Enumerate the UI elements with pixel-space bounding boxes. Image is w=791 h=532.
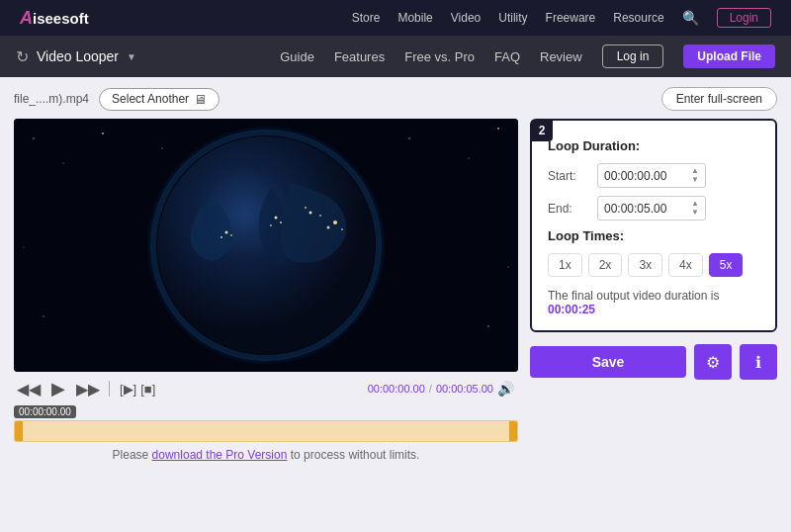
tool-name-label: Video Looper <box>37 48 119 64</box>
pro-prefix: Please <box>113 448 152 462</box>
loop-5x-button[interactable]: 5x <box>709 253 744 277</box>
svg-point-15 <box>220 236 222 238</box>
select-another-label: Select Another <box>112 92 189 106</box>
settings-icon-button[interactable]: ⚙ <box>694 344 732 380</box>
svg-point-3 <box>62 162 63 163</box>
dropdown-arrow-icon[interactable]: ▼ <box>127 51 136 62</box>
svg-point-17 <box>275 217 278 220</box>
logo: A iseesoft <box>20 8 89 29</box>
play-button[interactable]: ▶ <box>47 378 69 399</box>
loop-3x-button[interactable]: 3x <box>628 253 662 277</box>
logo-text: iseesoft <box>33 10 89 27</box>
step-back-button[interactable]: ◀◀ <box>18 378 40 399</box>
log-in-button[interactable]: Log in <box>602 44 664 68</box>
nav-freeware[interactable]: Freeware <box>546 11 596 25</box>
fullscreen-button[interactable]: Enter full-screen <box>661 87 777 111</box>
pro-link[interactable]: download the Pro Version <box>152 448 288 462</box>
start-spin-up[interactable]: ▲ <box>691 167 699 175</box>
volume-icon[interactable]: 🔊 <box>497 381 514 397</box>
end-time-input[interactable]: 00:00:05.00 ▲ ▼ <box>597 196 706 221</box>
svg-point-21 <box>305 207 307 209</box>
svg-point-24 <box>327 226 330 229</box>
svg-point-23 <box>333 221 337 224</box>
svg-point-19 <box>270 224 272 226</box>
save-bar: Save ⚙ ℹ <box>530 344 777 380</box>
controls-bar: ◀◀ ▶ ▶▶ [▶] [■] 00:00:00.00 / 00:00:05.0… <box>14 376 518 401</box>
time-display: 00:00:00.00 / 00:00:05.00 🔊 <box>368 381 514 397</box>
nav-features[interactable]: Features <box>334 49 385 64</box>
current-time: 00:00:00.00 <box>368 383 425 395</box>
nav-video[interactable]: Video <box>451 11 481 25</box>
end-field-row: End: 00:00:05.00 ▲ ▼ <box>548 196 759 221</box>
select-another-button[interactable]: Select Another 🖥 <box>99 88 220 111</box>
svg-point-18 <box>280 222 282 223</box>
timeline-handle-left[interactable] <box>15 421 23 441</box>
nav-store[interactable]: Store <box>352 11 381 25</box>
in-point-button[interactable]: [▶] <box>120 382 136 397</box>
output-prefix: The final output video duration is <box>548 289 719 303</box>
second-nav-links: Guide Features Free vs. Pro FAQ Review L… <box>280 44 775 68</box>
top-nav: A iseesoft Store Mobile Video Utility Fr… <box>0 0 791 36</box>
timeline-track[interactable] <box>14 420 518 442</box>
content-row: ◀◀ ▶ ▶▶ [▶] [■] 00:00:00.00 / 00:00:05.0… <box>14 119 777 522</box>
total-time: 00:00:05.00 <box>436 383 493 395</box>
settings-box-number: 2 <box>531 120 553 141</box>
file-bar: file_....m).mp4 Select Another 🖥 Enter f… <box>14 87 777 111</box>
settings-box: 2 Loop Duration: Start: 00:00:00.00 ▲ ▼ … <box>530 119 777 332</box>
start-field-row: Start: 00:00:00.00 ▲ ▼ <box>548 163 759 188</box>
loop-2x-button[interactable]: 2x <box>588 253 623 277</box>
timeline-area: 00:00:00.00 <box>14 403 518 442</box>
output-text: The final output video duration is 00:00… <box>548 289 759 316</box>
svg-point-22 <box>319 215 321 217</box>
output-duration: 00:00:25 <box>548 303 595 316</box>
nav-utility[interactable]: Utility <box>498 11 527 25</box>
svg-point-11 <box>24 247 25 248</box>
pro-suffix: to process without limits. <box>287 448 419 462</box>
start-time-input[interactable]: 00:00:00.00 ▲ ▼ <box>597 163 706 188</box>
loop-1x-button[interactable]: 1x <box>548 253 582 277</box>
nav-mobile[interactable]: Mobile <box>397 11 432 25</box>
svg-point-20 <box>309 212 312 215</box>
nav-guide[interactable]: Guide <box>280 49 314 64</box>
video-panel: ◀◀ ▶ ▶▶ [▶] [■] 00:00:00.00 / 00:00:05.0… <box>14 119 518 522</box>
video-container[interactable] <box>14 119 518 372</box>
end-spin-down[interactable]: ▼ <box>691 209 699 217</box>
upload-file-button[interactable]: Upload File <box>683 44 775 68</box>
start-spin-down[interactable]: ▼ <box>691 176 699 184</box>
login-button[interactable]: Login <box>717 8 771 28</box>
start-spin-buttons: ▲ ▼ <box>691 167 699 184</box>
loop-icon: ↻ <box>16 47 29 66</box>
save-button[interactable]: Save <box>530 346 686 378</box>
svg-point-12 <box>507 266 508 267</box>
loop-times-buttons: 1x 2x 3x 4x 5x <box>548 253 759 277</box>
loop-times-section: Loop Times: 1x 2x 3x 4x 5x <box>548 228 759 277</box>
svg-point-16 <box>230 234 232 236</box>
start-time-value: 00:00:00.00 <box>604 169 666 183</box>
file-name: file_....m).mp4 <box>14 92 89 106</box>
loop-times-title: Loop Times: <box>548 228 759 243</box>
controls-divider <box>109 381 110 397</box>
nav-resource[interactable]: Resource <box>613 11 663 25</box>
step-forward-button[interactable]: ▶▶ <box>77 378 99 399</box>
end-spin-up[interactable]: ▲ <box>691 200 699 208</box>
pro-version-text: Please download the Pro Version to proce… <box>14 448 518 462</box>
right-panel: 2 Loop Duration: Start: 00:00:00.00 ▲ ▼ … <box>530 119 777 522</box>
loop-duration-title: Loop Duration: <box>548 138 759 153</box>
nav-free-vs-pro[interactable]: Free vs. Pro <box>404 49 475 64</box>
loop-4x-button[interactable]: 4x <box>668 253 703 277</box>
controls-left: ◀◀ ▶ ▶▶ [▶] [■] <box>18 378 155 399</box>
info-icon-button[interactable]: ℹ <box>740 344 777 380</box>
svg-point-10 <box>487 325 489 327</box>
nav-faq[interactable]: FAQ <box>494 49 520 64</box>
nav-review[interactable]: Review <box>540 49 582 64</box>
top-nav-links: Store Mobile Video Utility Freeware Reso… <box>352 8 771 28</box>
search-icon[interactable]: 🔍 <box>682 10 699 26</box>
timeline-handle-right[interactable] <box>509 421 517 441</box>
out-point-button[interactable]: [■] <box>140 382 155 397</box>
second-nav: ↻ Video Looper ▼ Guide Features Free vs.… <box>0 36 791 77</box>
svg-point-9 <box>43 315 44 316</box>
main-area: file_....m).mp4 Select Another 🖥 Enter f… <box>0 77 791 532</box>
svg-point-8 <box>497 128 499 130</box>
svg-point-14 <box>225 231 228 234</box>
svg-point-5 <box>161 147 162 148</box>
